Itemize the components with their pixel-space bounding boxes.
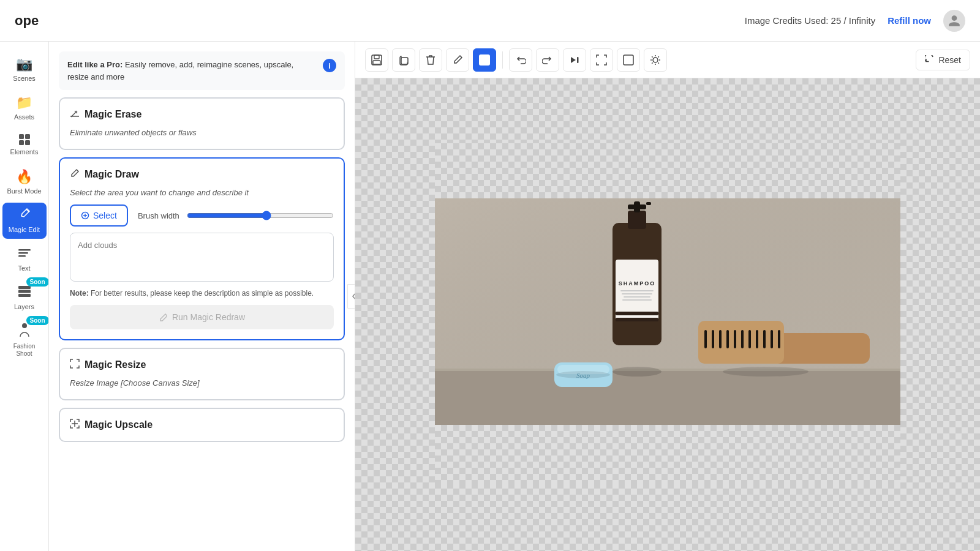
pro-tip-banner: Edit like a Pro: Easily remove, add, rei…	[59, 51, 345, 90]
svg-rect-32	[624, 296, 650, 298]
fashion-shoot-icon	[19, 323, 30, 340]
magic-draw-card: Magic Draw Select the area you want to c…	[59, 157, 345, 341]
assets-label: Assets	[14, 113, 34, 121]
svg-rect-0	[19, 134, 24, 139]
text-label: Text	[18, 264, 30, 272]
header-right: Image Credits Used: 25 / Infinity Refill…	[745, 10, 965, 32]
reset-label: Reset	[938, 55, 961, 65]
run-icon	[159, 313, 167, 321]
left-nav: 📷 Scenes 📁 Assets Elements 🔥 Burst Mode …	[0, 42, 49, 551]
run-btn-label: Run Magic Redraw	[172, 312, 245, 322]
svg-rect-24	[628, 211, 646, 229]
color-button[interactable]	[473, 48, 496, 72]
svg-rect-14	[373, 61, 380, 64]
svg-rect-35	[616, 318, 658, 321]
save-button[interactable]	[365, 48, 388, 72]
burst-mode-icon: 🔥	[16, 169, 32, 185]
sidebar-item-fashion-shoot[interactable]: Fashion Shoot	[2, 318, 47, 362]
svg-text:SHAMPOO: SHAMPOO	[619, 280, 656, 287]
svg-point-52	[612, 367, 662, 377]
svg-point-10	[22, 323, 27, 328]
svg-rect-2	[19, 140, 24, 145]
edit-button[interactable]	[446, 48, 469, 72]
info-icon-button[interactable]: i	[323, 59, 336, 72]
select-btn-label: Select	[93, 211, 117, 220]
svg-rect-41	[726, 330, 729, 348]
fashion-soon-badge: Soon	[26, 316, 49, 325]
main-layout: 📷 Scenes 📁 Assets Elements 🔥 Burst Mode …	[0, 42, 980, 551]
toolbar: Reset	[355, 42, 980, 78]
magic-erase-icon	[70, 108, 80, 121]
user-icon	[948, 14, 961, 28]
delete-button[interactable]	[419, 48, 442, 72]
brush-width-slider[interactable]	[187, 211, 334, 220]
header-left: ope	[15, 13, 39, 29]
pro-tip-text: Edit like a Pro: Easily remove, add, rei…	[67, 59, 317, 83]
sidebar-item-scenes[interactable]: 📷 Scenes	[2, 51, 47, 88]
svg-rect-47	[771, 330, 773, 348]
magic-resize-desc: Resize Image [Choose Canvas Size]	[70, 377, 334, 389]
toolbar-separator-1	[502, 51, 503, 69]
sidebar-item-layers-wrap: Layers Soon	[2, 280, 47, 316]
description-textarea[interactable]	[70, 233, 334, 282]
magic-edit-icon	[18, 208, 31, 223]
checker-top	[435, 143, 900, 204]
skip-button[interactable]	[563, 48, 586, 72]
text-icon	[18, 246, 31, 262]
canvas-image-wrapper: SHAMPOO	[435, 143, 900, 486]
burst-mode-label: Burst Mode	[7, 187, 41, 195]
magic-edit-label: Magic Edit	[9, 226, 40, 234]
svg-rect-21	[435, 370, 900, 431]
select-button[interactable]: Select	[70, 204, 128, 227]
svg-rect-34	[616, 312, 658, 315]
magic-erase-desc: Eliminate unwanted objects or flaws	[70, 127, 334, 139]
frame-button[interactable]	[617, 48, 640, 72]
svg-rect-15	[401, 58, 408, 64]
magic-upscale-title: Magic Upscale	[70, 419, 334, 431]
magic-draw-icon	[70, 168, 80, 181]
svg-rect-45	[756, 330, 758, 348]
svg-rect-33	[622, 299, 652, 301]
elements-icon	[18, 133, 31, 146]
note-detail: For better results, please keep the desc…	[89, 289, 314, 298]
product-image: SHAMPOO	[435, 198, 900, 431]
reset-button[interactable]: Reset	[916, 50, 970, 70]
redo-button[interactable]	[536, 48, 559, 72]
magic-erase-card[interactable]: Magic Erase Eliminate unwanted objects o…	[59, 97, 345, 150]
sidebar-item-text[interactable]: Text	[2, 241, 47, 277]
credits-label: Image Credits Used: 25 / Infinity	[745, 15, 875, 26]
magic-upscale-card[interactable]: Magic Upscale	[59, 408, 345, 442]
select-brush-row: Select Brush width	[70, 204, 334, 227]
svg-rect-6	[18, 255, 26, 257]
sidebar-item-assets[interactable]: 📁 Assets	[2, 90, 47, 126]
user-avatar[interactable]	[943, 10, 965, 32]
run-magic-redraw-button[interactable]: Run Magic Redraw	[70, 305, 334, 329]
assets-icon: 📁	[16, 95, 32, 111]
fit-button[interactable]	[590, 48, 613, 72]
magic-erase-title: Magic Erase	[70, 108, 334, 121]
sidebar-item-fashion-wrap: Fashion Shoot Soon	[2, 318, 47, 362]
svg-rect-13	[374, 55, 379, 59]
svg-rect-7	[18, 286, 31, 289]
svg-rect-44	[748, 330, 751, 348]
magic-draw-title-text: Magic Draw	[85, 169, 139, 180]
sidebar-item-burst-mode[interactable]: 🔥 Burst Mode	[2, 164, 47, 200]
canvas-area: Reset	[355, 42, 980, 551]
copy-button[interactable]	[392, 48, 415, 72]
magic-resize-title-text: Magic Resize	[85, 359, 146, 370]
brightness-button[interactable]	[644, 48, 667, 72]
sidebar-item-elements[interactable]: Elements	[2, 129, 47, 161]
sidebar-item-magic-edit[interactable]: Magic Edit	[2, 203, 47, 239]
elements-label: Elements	[10, 148, 39, 156]
refill-button[interactable]: Refill now	[888, 15, 931, 26]
undo-button[interactable]	[509, 48, 532, 72]
svg-rect-17	[624, 55, 633, 65]
canvas-content: SHAMPOO	[355, 78, 980, 551]
svg-rect-22	[435, 369, 900, 371]
magic-upscale-title-text: Magic Upscale	[85, 419, 153, 430]
svg-rect-8	[18, 290, 31, 293]
svg-rect-48	[778, 330, 780, 348]
magic-resize-card[interactable]: Magic Resize Resize Image [Choose Canvas…	[59, 348, 345, 400]
sidebar-collapse-handle[interactable]	[347, 284, 355, 309]
brush-width-control: Brush width	[138, 211, 334, 220]
